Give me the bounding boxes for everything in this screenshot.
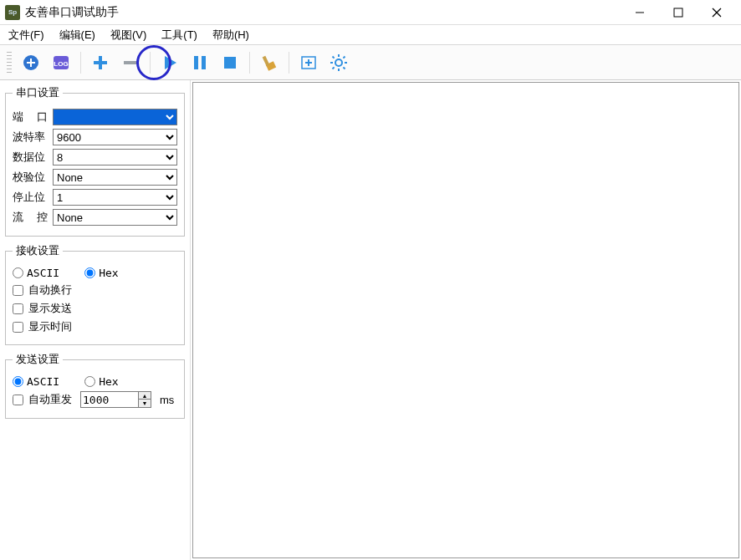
label-ms-unit: ms (160, 394, 174, 406)
input-resend-interval[interactable] (80, 391, 139, 408)
spin-up[interactable]: ▲ (139, 392, 151, 400)
svg-point-21 (335, 59, 342, 66)
toolbar-log-icon[interactable]: LOG (49, 50, 74, 75)
toolbar-stop-icon[interactable] (217, 50, 243, 75)
menu-file[interactable]: 文件(F) (5, 26, 48, 44)
toolbar-plus-icon[interactable] (88, 50, 113, 75)
toolbar-grip[interactable] (7, 52, 12, 74)
menu-tools[interactable]: 工具(T) (158, 26, 201, 44)
svg-rect-1 (674, 8, 682, 17)
svg-line-27 (343, 67, 345, 69)
close-button[interactable] (698, 1, 736, 24)
group-recv-settings: 接收设置 ASCII Hex 自动换行 显示发送 显示时间 (5, 243, 185, 345)
check-auto-wrap[interactable]: 自动换行 (13, 283, 177, 298)
app-icon: Sp (5, 5, 20, 20)
svg-rect-13 (194, 56, 198, 69)
select-baud[interactable]: 9600 (53, 129, 177, 145)
label-baud: 波特率 (13, 130, 48, 145)
svg-rect-17 (263, 55, 270, 66)
select-stopbits[interactable]: 1 (53, 189, 177, 206)
svg-rect-15 (224, 57, 236, 69)
label-flowctrl: 流控 (13, 210, 48, 225)
menubar: 文件(F) 编辑(E) 视图(V) 工具(T) 帮助(H) (0, 25, 741, 45)
check-show-time[interactable]: 显示时间 (13, 319, 177, 334)
check-auto-resend[interactable]: 自动重发 (13, 392, 72, 407)
svg-marker-12 (165, 56, 176, 69)
toolbar-settings-icon[interactable] (326, 50, 351, 75)
select-databits[interactable]: 8 (53, 149, 177, 165)
group-serial-settings: 串口设置 端口 波特率 9600 数据位 8 校验位 None 停止位 (5, 85, 185, 237)
group-send-legend: 发送设置 (13, 352, 63, 367)
label-databits: 数据位 (13, 150, 48, 165)
toolbar-newtab-icon[interactable] (296, 50, 321, 75)
titlebar: Sp 友善串口调试助手 (0, 0, 741, 25)
spin-down[interactable]: ▼ (139, 400, 151, 407)
label-parity: 校验位 (13, 170, 48, 185)
radio-recv-hex[interactable]: Hex (84, 267, 118, 279)
svg-line-26 (333, 56, 335, 58)
side-panel: 串口设置 端口 波特率 9600 数据位 8 校验位 None 停止位 (0, 80, 191, 560)
toolbar: LOG (0, 45, 741, 80)
app-title: 友善串口调试助手 (25, 5, 119, 20)
radio-recv-ascii[interactable]: ASCII (13, 267, 59, 279)
select-port[interactable] (53, 109, 177, 125)
toolbar-clear-icon[interactable] (257, 50, 282, 75)
maximize-button[interactable] (659, 1, 698, 24)
toolbar-minus-icon[interactable] (118, 50, 143, 75)
radio-send-hex[interactable]: Hex (84, 375, 118, 388)
minimize-button[interactable] (621, 1, 659, 24)
group-send-settings: 发送设置 ASCII Hex 自动重发 ▲ ▼ ms (5, 352, 185, 419)
select-flowctrl[interactable]: None (53, 209, 177, 226)
menu-view[interactable]: 视图(V) (107, 26, 150, 44)
toolbar-pause-icon[interactable] (187, 50, 212, 75)
group-recv-legend: 接收设置 (13, 243, 63, 258)
svg-rect-14 (202, 56, 206, 69)
label-port: 端口 (13, 109, 48, 125)
receive-text-area[interactable] (192, 82, 739, 558)
svg-line-29 (343, 56, 345, 58)
svg-line-28 (333, 67, 335, 69)
toolbar-play-icon[interactable] (157, 50, 182, 75)
check-show-send[interactable]: 显示发送 (13, 301, 177, 316)
svg-text:LOG: LOG (54, 60, 68, 68)
menu-edit[interactable]: 编辑(E) (56, 26, 99, 44)
select-parity[interactable]: None (53, 169, 177, 186)
toolbar-add-icon[interactable] (18, 50, 43, 75)
label-stopbits: 停止位 (13, 190, 48, 205)
group-serial-legend: 串口设置 (13, 85, 63, 100)
radio-send-ascii[interactable]: ASCII (13, 375, 59, 388)
menu-help[interactable]: 帮助(H) (209, 26, 253, 44)
